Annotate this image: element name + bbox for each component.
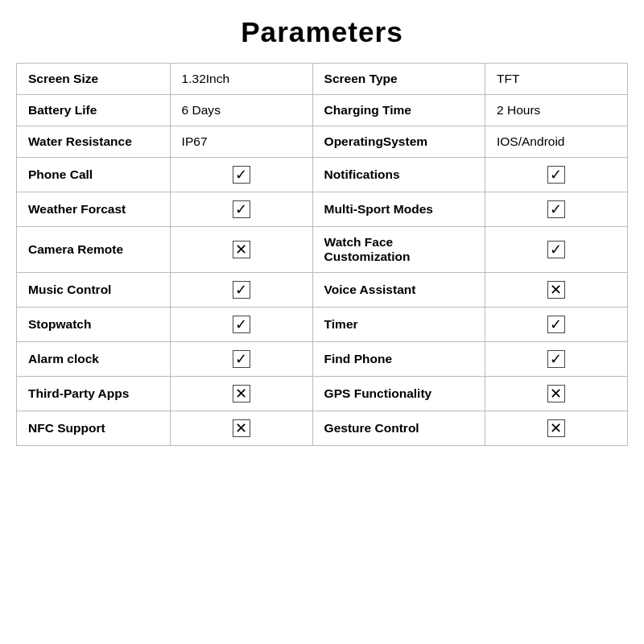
right-value-7: ✓ xyxy=(485,308,627,342)
left-label-4: Weather Forcast xyxy=(17,192,171,227)
left-label-5: Camera Remote xyxy=(17,227,171,273)
right-label-9: GPS Functionality xyxy=(312,377,485,411)
right-value-0: TFT xyxy=(485,64,627,95)
left-label-0: Screen Size xyxy=(17,64,171,95)
left-value-8: ✓ xyxy=(170,342,312,377)
left-value-2: IP67 xyxy=(170,126,312,158)
left-label-2: Water Resistance xyxy=(17,126,171,158)
right-label-2: OperatingSystem xyxy=(312,126,485,158)
left-value-10: ✕ xyxy=(170,411,312,446)
right-label-1: Charging Time xyxy=(312,95,485,126)
left-label-1: Battery Life xyxy=(17,95,171,126)
left-label-9: Third-Party Apps xyxy=(17,377,171,411)
right-label-3: Notifications xyxy=(312,158,485,192)
right-label-7: Timer xyxy=(312,308,485,342)
left-label-6: Music Control xyxy=(17,273,171,308)
left-value-0: 1.32Inch xyxy=(170,64,312,95)
right-label-0: Screen Type xyxy=(312,64,485,95)
right-value-4: ✓ xyxy=(485,192,627,227)
right-value-5: ✓ xyxy=(485,227,627,273)
left-label-7: Stopwatch xyxy=(17,308,171,342)
left-label-10: NFC Support xyxy=(17,411,171,446)
right-value-1: 2 Hours xyxy=(485,95,627,126)
right-value-10: ✕ xyxy=(485,411,627,446)
left-value-4: ✓ xyxy=(170,192,312,227)
right-value-9: ✕ xyxy=(485,377,627,411)
left-value-1: 6 Days xyxy=(170,95,312,126)
right-value-6: ✕ xyxy=(485,273,627,308)
left-value-7: ✓ xyxy=(170,308,312,342)
right-label-6: Voice Assistant xyxy=(312,273,485,308)
right-value-8: ✓ xyxy=(485,342,627,377)
right-label-10: Gesture Control xyxy=(312,411,485,446)
right-value-2: IOS/Android xyxy=(485,126,627,158)
right-label-8: Find Phone xyxy=(312,342,485,377)
right-value-3: ✓ xyxy=(485,158,627,192)
left-label-8: Alarm clock xyxy=(17,342,171,377)
left-label-3: Phone Call xyxy=(17,158,171,192)
left-value-9: ✕ xyxy=(170,377,312,411)
right-label-5: Watch Face Customization xyxy=(312,227,485,273)
left-value-3: ✓ xyxy=(170,158,312,192)
left-value-5: ✕ xyxy=(170,227,312,273)
parameters-table: Screen Size1.32InchScreen TypeTFTBattery… xyxy=(16,63,628,446)
right-label-4: Multi-Sport Modes xyxy=(312,192,485,227)
left-value-6: ✓ xyxy=(170,273,312,308)
page-title: Parameters xyxy=(16,16,628,48)
